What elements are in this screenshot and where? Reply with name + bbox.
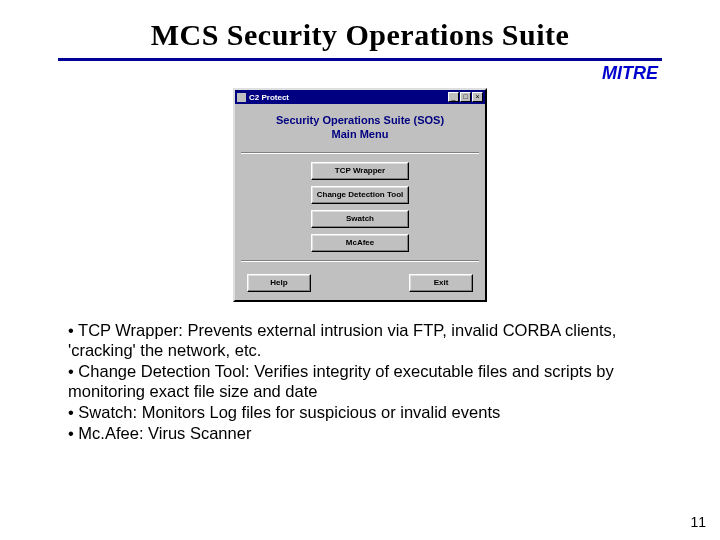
close-button[interactable]: × bbox=[472, 92, 483, 102]
maximize-button[interactable]: □ bbox=[460, 92, 471, 102]
slide-title: MCS Security Operations Suite bbox=[0, 0, 720, 58]
divider-bottom bbox=[241, 260, 479, 262]
bullet-list: • TCP Wrapper: Prevents external intrusi… bbox=[0, 302, 720, 444]
swatch-button[interactable]: Swatch bbox=[311, 210, 409, 228]
bullet-cdt: • Change Detection Tool: Verifies integr… bbox=[68, 361, 656, 402]
window-titlebar: C2 Protect _ □ × bbox=[235, 90, 485, 104]
sos-window: C2 Protect _ □ × Security Operations Sui… bbox=[233, 88, 487, 302]
help-button[interactable]: Help bbox=[247, 274, 311, 292]
bullet-mcafee: • Mc.Afee: Virus Scanner bbox=[68, 423, 656, 444]
bullet-swatch: • Swatch: Monitors Log files for suspici… bbox=[68, 402, 656, 423]
mcafee-button[interactable]: McAfee bbox=[311, 234, 409, 252]
exit-button[interactable]: Exit bbox=[409, 274, 473, 292]
window-header-line1: Security Operations Suite (SOS) bbox=[239, 114, 481, 128]
window-title: C2 Protect bbox=[249, 93, 289, 102]
minimize-button[interactable]: _ bbox=[448, 92, 459, 102]
divider bbox=[241, 152, 479, 154]
brand-label: MITRE bbox=[0, 61, 720, 84]
tcp-wrapper-button[interactable]: TCP Wrapper bbox=[311, 162, 409, 180]
bullet-tcp: • TCP Wrapper: Prevents external intrusi… bbox=[68, 320, 656, 361]
window-header-line2: Main Menu bbox=[239, 128, 481, 142]
window-header: Security Operations Suite (SOS) Main Men… bbox=[239, 110, 481, 150]
page-number: 11 bbox=[690, 514, 706, 530]
change-detection-button[interactable]: Change Detection Tool bbox=[311, 186, 409, 204]
app-icon bbox=[237, 93, 246, 102]
